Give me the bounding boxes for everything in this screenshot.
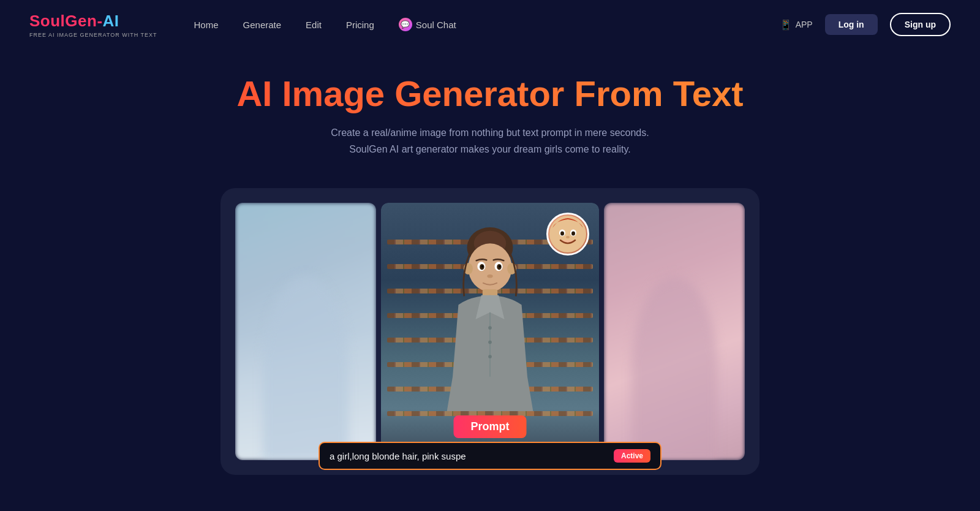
face-overlay-svg [549,216,586,252]
prompt-input-area: Active [318,442,662,470]
left-person-shape [263,276,349,460]
nav-edit[interactable]: Edit [306,20,322,30]
soul-chat-icon: 💬 [399,18,412,31]
nav-right: 📱 APP Log in Sign up [780,13,951,36]
nav-soul-chat-label: Soul Chat [416,20,456,30]
app-label: APP [796,20,813,29]
svg-point-6 [488,341,492,344]
svg-point-12 [481,265,484,268]
phone-icon: 📱 [780,19,792,31]
nav-links: Home Generate Edit Pricing 💬 Soul Chat [194,18,780,31]
nav-pricing[interactable]: Pricing [346,20,374,30]
nav-home[interactable]: Home [194,20,219,30]
svg-point-13 [499,265,501,268]
logo[interactable]: SoulGen-AI FREE AI IMAGE GENERATOR WITH … [29,12,157,38]
svg-point-22 [566,236,570,238]
right-person-shape [631,276,717,460]
demo-display: Prompt Active [221,188,760,475]
logo-text-soulgen: SoulGen [29,12,97,30]
hero-subtitle: Create a real/anime image from nothing b… [331,124,649,157]
app-link[interactable]: 📱 APP [780,19,813,31]
prompt-input-wrapper[interactable]: Active [318,442,662,470]
svg-point-21 [571,232,575,236]
hero-section: AI Image Generator From Text Create a re… [0,49,980,176]
center-person-svg [423,227,557,411]
active-badge: Active [614,449,650,463]
hero-subtitle-line1: Create a real/anime image from nothing b… [331,127,649,138]
logo-ai: AI [103,12,119,30]
right-image [604,203,745,460]
svg-point-17 [549,216,586,252]
login-button[interactable]: Log in [825,14,878,35]
face-overlay [546,213,589,255]
prompt-input[interactable] [330,451,609,461]
prompt-label: Prompt [454,415,527,438]
navigation: SoulGen-AI FREE AI IMAGE GENERATOR WITH … [0,0,980,49]
left-image [235,203,376,460]
nav-generate[interactable]: Generate [243,20,282,30]
logo-tagline: FREE AI IMAGE GENERATOR WITH TEXT [29,32,157,38]
signup-button[interactable]: Sign up [890,13,951,36]
hero-subtitle-line2: SoulGen AI art generator makes your drea… [349,144,630,154]
svg-point-20 [560,232,564,236]
svg-point-14 [487,274,492,278]
logo-dash: - [97,12,102,30]
hero-title: AI Image Generator From Text [236,74,743,115]
svg-point-5 [488,326,492,330]
nav-soul-chat[interactable]: 💬 Soul Chat [399,18,456,31]
svg-point-7 [488,355,492,358]
